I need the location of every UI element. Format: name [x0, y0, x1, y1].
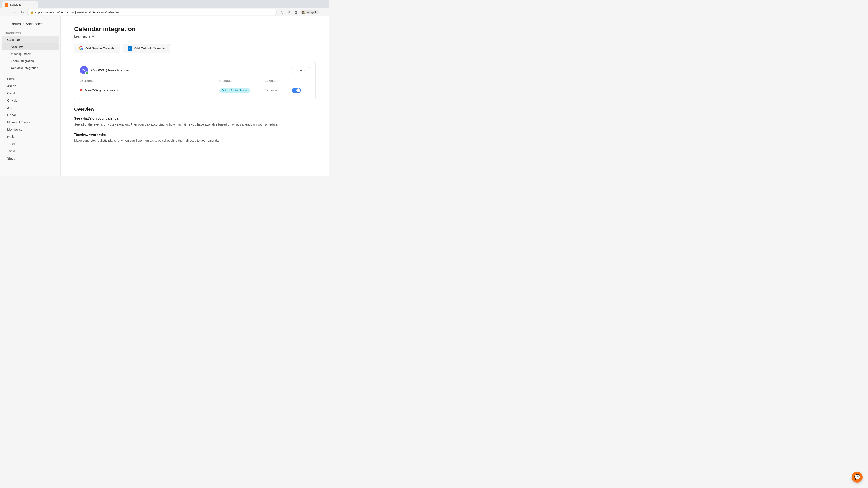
add-google-calendar-button[interactable]: Add Google Calendar [74, 43, 121, 53]
incognito-badge: 🕵 Incognito [300, 10, 319, 14]
sidebar-item-clickup[interactable]: ClickUp [2, 90, 59, 97]
sidebar-item-linear[interactable]: Linear [2, 111, 59, 119]
feature-desc-calendar: See all of the events on your calendars.… [74, 122, 315, 127]
channel-column-header: CHANNEL [219, 79, 265, 82]
feature-desc-timebox: Make concrete, realistic plans for when … [74, 138, 315, 143]
add-google-calendar-label: Add Google Calendar [85, 46, 116, 50]
incognito-label: Incognito [306, 11, 317, 14]
feature-block-timebox: Timebox your tasks Make concrete, realis… [74, 132, 315, 143]
hash-icon: # [265, 89, 266, 92]
back-button[interactable]: ← [3, 9, 9, 15]
sidebar-item-asana[interactable]: Asana [2, 83, 59, 90]
browser-chrome: S Sunsama ✕ + ← → ↻ 🔒 app.sunsama.com/gr… [0, 0, 329, 17]
account-section: 24 24ee050e@moodjoy.com Remove CALENDAR … [74, 61, 315, 99]
feature-title-timebox: Timebox your tasks [74, 132, 315, 136]
sidebar-item-microsoft-teams[interactable]: Microsoft Teams [2, 119, 59, 126]
lock-icon: 🔒 [30, 11, 33, 14]
sidebar-item-todoist[interactable]: Todoist [2, 140, 59, 148]
arrow-left-icon: ← [5, 22, 9, 26]
google-icon [79, 46, 84, 51]
sidebar-divider [4, 73, 57, 73]
default-for-timeboxing-badge: Default for timeboxing [219, 88, 250, 93]
learn-more-link[interactable]: Learn more ↗ [74, 35, 315, 38]
toggle-cell [292, 88, 310, 93]
external-link-icon: ↗ [91, 35, 94, 38]
sidebar-item-trello[interactable]: Trello [2, 148, 59, 155]
tab-title: Sunsama [10, 3, 22, 6]
overview-section: Overview See what's on your calendar See… [74, 107, 315, 143]
sidebar-item-calendar[interactable]: Calendar [2, 36, 59, 43]
enable-toggle[interactable] [292, 88, 301, 93]
account-header: 24 24ee050e@moodjoy.com Remove [80, 66, 310, 74]
address-bar: ← → ↻ 🔒 app.sunsama.com/group/moodjoy/se… [0, 8, 329, 16]
new-tab-button[interactable]: + [39, 2, 45, 8]
sidebar-item-slack[interactable]: Slack [2, 155, 59, 162]
account-info: 24 24ee050e@moodjoy.com [80, 66, 129, 74]
learn-more-label: Learn more [74, 35, 90, 38]
sidebar-item-email[interactable]: Email [2, 75, 59, 83]
avatar: 24 [80, 66, 88, 74]
sidebar-item-jira[interactable]: Jira [2, 104, 59, 111]
calendar-table-header: CALENDAR CHANNEL ENABLE [80, 78, 310, 84]
add-outlook-calendar-label: Add Outlook Calendar [134, 46, 165, 50]
add-outlook-calendar-button[interactable]: O Add Outlook Calendar [123, 43, 170, 53]
default-badge-cell: Default for timeboxing [219, 89, 265, 92]
add-calendar-buttons: Add Google Calendar O Add Outlook Calend… [74, 43, 315, 53]
calendar-name: 24ee050e@moodjoy.com [80, 89, 219, 92]
feature-block-calendar: See what's on your calendar See all of t… [74, 116, 315, 127]
menu-button[interactable]: ⋮ [320, 9, 327, 15]
svg-text:O: O [129, 47, 130, 50]
enable-column-header: ENABLE [265, 79, 292, 82]
calendar-email: 24ee050e@moodjoy.com [84, 89, 120, 92]
tab-close-button[interactable]: ✕ [32, 3, 35, 6]
sidebar: ← Return to workspace Integrations Calen… [0, 17, 61, 176]
integrations-section-label: Integrations [0, 30, 60, 36]
sidebar-item-meeting-import[interactable]: Meeting Import [2, 51, 59, 57]
channel-cell: # channel [265, 89, 292, 92]
feature-title-calendar: See what's on your calendar [74, 116, 315, 120]
return-link-label: Return to workspace [11, 22, 42, 26]
calendar-color-dot [80, 89, 82, 92]
calendar-row: 24ee050e@moodjoy.com Default for timebox… [80, 86, 310, 95]
incognito-icon: 🕵 [302, 11, 305, 14]
toggle-knob [296, 88, 301, 92]
reload-button[interactable]: ↻ [19, 9, 25, 15]
avatar-initials: 24 [82, 68, 86, 72]
outlook-icon: O [128, 46, 132, 51]
tab-bar: S Sunsama ✕ + [0, 0, 329, 8]
account-email: 24ee050e@moodjoy.com [91, 68, 129, 72]
forward-button[interactable]: → [11, 9, 17, 15]
download-button[interactable]: ⬇ [286, 9, 292, 15]
url-bar[interactable]: 🔒 app.sunsama.com/group/moodjoy/settings… [27, 9, 277, 15]
browser-tab[interactable]: S Sunsama ✕ [2, 1, 38, 8]
page-title: Calendar integration [74, 26, 315, 33]
sidebar-item-accounts[interactable]: Accounts [2, 43, 59, 51]
browser-actions: ☆ ⬇ ⊡ 🕵 Incognito ⋮ [278, 9, 327, 15]
extension-button[interactable]: ⊡ [293, 9, 299, 15]
main-content: Calendar integration Learn more ↗ Add Go… [61, 17, 329, 176]
overview-title: Overview [74, 107, 315, 112]
sidebar-item-contacts-integration[interactable]: Contacts Integration [2, 64, 59, 71]
tab-favicon: S [4, 3, 8, 6]
return-to-workspace-link[interactable]: ← Return to workspace [0, 20, 60, 30]
app-container: ← Return to workspace Integrations Calen… [0, 17, 329, 176]
sidebar-item-github[interactable]: GitHub [2, 97, 59, 104]
bookmark-button[interactable]: ☆ [278, 9, 285, 15]
calendar-column-header: CALENDAR [80, 79, 219, 82]
url-text: app.sunsama.com/group/moodjoy/settings/i… [35, 11, 120, 14]
channel-placeholder: channel [267, 89, 278, 92]
sidebar-item-notion[interactable]: Notion [2, 133, 59, 140]
sidebar-item-zoom-integration[interactable]: Zoom Integration [2, 57, 59, 64]
sidebar-item-monday[interactable]: Monday.com [2, 126, 59, 133]
avatar-badge [85, 71, 88, 74]
remove-button[interactable]: Remove [292, 67, 310, 73]
